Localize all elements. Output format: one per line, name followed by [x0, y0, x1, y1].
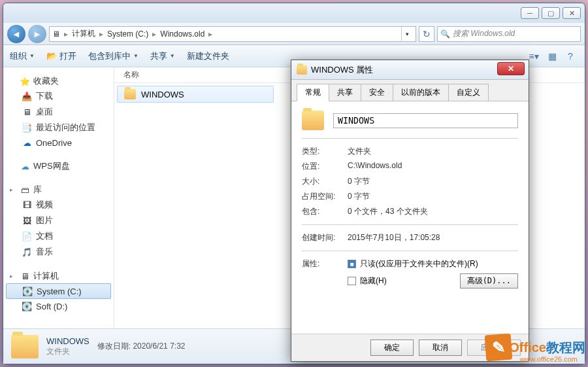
- share-button[interactable]: 共享▼: [150, 50, 175, 62]
- breadcrumb-seg[interactable]: Windows.old: [160, 29, 204, 39]
- sidebar-documents[interactable]: 📄文档: [6, 228, 111, 244]
- sidebar: ⭐收藏夹 📥下载 🖥桌面 📑最近访问的位置 ☁OneDrive ☁WPS网盘 ▸…: [3, 67, 114, 328]
- dialog-title: WINDOWS 属性: [311, 64, 373, 76]
- desktop-icon: 🖥: [22, 107, 32, 117]
- detail-mod-label: 修改日期:: [97, 341, 131, 351]
- wps-group[interactable]: ☁WPS网盘: [6, 159, 111, 173]
- computer-group[interactable]: ▸🖥计算机: [6, 269, 111, 283]
- sidebar-desktop[interactable]: 🖥桌面: [6, 104, 111, 120]
- watermark-url: www.office26.com: [520, 355, 578, 363]
- drive-icon: 💽: [22, 286, 33, 296]
- created-label: 创建时间:: [302, 232, 348, 243]
- library-icon: 🗃: [20, 184, 30, 195]
- cancel-button[interactable]: 取消: [419, 340, 462, 356]
- watermark-text2: 教程网: [546, 339, 585, 357]
- attributes-label: 属性:: [302, 258, 348, 270]
- tab-strip: 常规 共享 安全 以前的版本 自定义: [291, 80, 529, 101]
- folder-icon: [302, 111, 324, 130]
- cloud-icon: ☁: [20, 161, 30, 171]
- watermark-icon: ✎: [485, 334, 513, 362]
- readonly-label: 只读(仅应用于文件夹中的文件)(R): [360, 258, 478, 270]
- favorites-group[interactable]: ⭐收藏夹: [6, 74, 111, 88]
- ok-button[interactable]: 确定: [370, 340, 414, 356]
- tab-security[interactable]: 安全: [361, 84, 393, 101]
- include-lib-button[interactable]: 包含到库中▼: [88, 50, 139, 62]
- detail-mod-value: 2020/6/21 7:32: [133, 341, 185, 351]
- new-folder-button[interactable]: 新建文件夹: [187, 50, 229, 62]
- computer-icon: 🖥: [20, 271, 30, 281]
- titlebar: ─ ▢ ✕: [3, 3, 585, 23]
- detail-type: 文件夹: [46, 346, 90, 357]
- back-button[interactable]: ◄: [7, 25, 25, 43]
- breadcrumb-seg[interactable]: System (C:): [107, 29, 148, 39]
- tab-share[interactable]: 共享: [329, 84, 361, 101]
- sidebar-drive-d[interactable]: 💽Soft (D:): [6, 299, 111, 313]
- location-value: C:\Windows.old: [348, 161, 402, 172]
- disk-label: 占用空间:: [302, 191, 348, 202]
- recent-icon: 📑: [22, 122, 32, 133]
- folder-icon: [11, 335, 39, 358]
- picture-icon: 🖼: [22, 215, 32, 226]
- star-icon: ⭐: [20, 76, 30, 86]
- type-label: 类型:: [302, 146, 348, 157]
- minimize-button[interactable]: ─: [521, 7, 539, 19]
- detail-name: WINDOWS: [46, 336, 90, 346]
- contains-label: 包含:: [302, 206, 348, 217]
- folder-name-input[interactable]: [333, 113, 518, 128]
- search-placeholder: 搜索 Windows.old: [453, 28, 515, 39]
- folder-icon: [297, 65, 307, 75]
- sidebar-video[interactable]: 🎞视频: [6, 197, 111, 213]
- navbar: ◄ ► 🖥▸ 计算机▸ System (C:)▸ Windows.old▸ ▾ …: [3, 23, 585, 45]
- video-icon: 🎞: [22, 200, 32, 210]
- dialog-body: 类型:文件夹 位置:C:\Windows.old 大小:0 字节 占用空间:0 …: [291, 101, 529, 345]
- document-icon: 📄: [22, 231, 32, 241]
- download-icon: 📥: [22, 91, 32, 101]
- libraries-group[interactable]: ▸🗃库: [6, 183, 111, 197]
- music-icon: 🎵: [22, 247, 32, 257]
- organize-button[interactable]: 组织▼: [10, 50, 35, 62]
- address-bar[interactable]: 🖥▸ 计算机▸ System (C:)▸ Windows.old▸ ▾: [49, 26, 416, 42]
- dialog-close-button[interactable]: ✕: [497, 62, 525, 75]
- hidden-label: 隐藏(H): [360, 275, 387, 287]
- sidebar-downloads[interactable]: 📥下载: [6, 88, 111, 104]
- location-label: 位置:: [302, 161, 348, 172]
- sidebar-onedrive[interactable]: ☁OneDrive: [6, 135, 111, 150]
- address-dropdown[interactable]: ▾: [401, 27, 413, 41]
- sidebar-drive-c[interactable]: 💽System (C:): [6, 283, 111, 299]
- sidebar-music[interactable]: 🎵音乐: [6, 244, 111, 260]
- open-icon: 📂: [46, 51, 57, 61]
- onedrive-icon: ☁: [22, 137, 32, 148]
- size-value: 0 字节: [348, 176, 370, 187]
- file-row-windows[interactable]: WINDOWS: [117, 86, 274, 103]
- search-box[interactable]: 🔍 搜索 Windows.old: [437, 26, 581, 42]
- tab-general[interactable]: 常规: [297, 84, 329, 101]
- drive-icon: 💽: [22, 301, 32, 311]
- refresh-button[interactable]: ↻: [419, 26, 434, 42]
- properties-dialog: WINDOWS 属性 ✕ 常规 共享 安全 以前的版本 自定义 类型:文件夹 位…: [291, 60, 529, 362]
- forward-button[interactable]: ►: [28, 25, 46, 43]
- preview-pane-icon[interactable]: ▦: [544, 48, 560, 64]
- dialog-titlebar[interactable]: WINDOWS 属性 ✕: [291, 60, 529, 80]
- hidden-checkbox[interactable]: [348, 277, 356, 285]
- search-icon: 🔍: [440, 29, 450, 39]
- open-button[interactable]: 📂打开: [46, 50, 76, 62]
- contains-value: 0 个文件，43 个文件夹: [348, 206, 428, 217]
- file-name: WINDOWS: [141, 90, 184, 99]
- tab-previous[interactable]: 以前的版本: [393, 84, 449, 101]
- close-button[interactable]: ✕: [563, 7, 581, 19]
- disk-value: 0 字节: [348, 191, 370, 202]
- advanced-button[interactable]: 高级(D)...: [460, 273, 518, 288]
- breadcrumb-seg[interactable]: 计算机: [72, 28, 95, 39]
- created-value: 2015年7月10日，17:05:28: [348, 232, 440, 243]
- tab-custom[interactable]: 自定义: [448, 84, 489, 101]
- size-label: 大小:: [302, 176, 348, 187]
- type-value: 文件夹: [348, 146, 371, 157]
- watermark-text1: Office: [509, 340, 546, 355]
- computer-icon: 🖥: [52, 29, 60, 39]
- sidebar-pictures[interactable]: 🖼图片: [6, 213, 111, 228]
- sidebar-recent[interactable]: 📑最近访问的位置: [6, 120, 111, 135]
- maximize-button[interactable]: ▢: [542, 7, 560, 19]
- help-icon[interactable]: ?: [563, 48, 578, 64]
- readonly-checkbox[interactable]: ■: [348, 260, 356, 268]
- folder-icon: [124, 89, 136, 99]
